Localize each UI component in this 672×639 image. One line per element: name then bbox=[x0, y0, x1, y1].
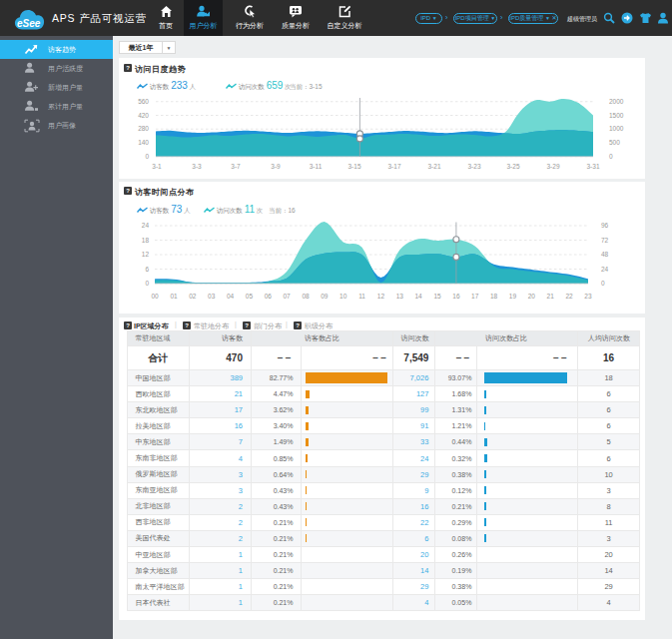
svg-text:3-31: 3-31 bbox=[586, 163, 599, 170]
svg-text:23: 23 bbox=[584, 293, 592, 300]
svg-text:6: 6 bbox=[145, 265, 149, 272]
svg-text:1000: 1000 bbox=[609, 125, 624, 132]
svg-text:17: 17 bbox=[471, 293, 479, 300]
svg-text:01: 01 bbox=[170, 293, 178, 300]
svg-text:3-9: 3-9 bbox=[271, 163, 281, 170]
svg-text:12: 12 bbox=[377, 293, 385, 300]
svg-text:18: 18 bbox=[142, 236, 150, 243]
svg-text:3-21: 3-21 bbox=[427, 163, 440, 170]
svg-text:500: 500 bbox=[609, 139, 620, 146]
svg-text:11: 11 bbox=[358, 293, 365, 300]
svg-text:48: 48 bbox=[601, 251, 609, 258]
svg-text:09: 09 bbox=[321, 293, 329, 300]
svg-text:560: 560 bbox=[138, 97, 149, 104]
svg-text:3-25: 3-25 bbox=[506, 163, 519, 170]
svg-text:24: 24 bbox=[601, 265, 609, 272]
svg-text:3-3: 3-3 bbox=[192, 163, 202, 170]
svg-text:3-11: 3-11 bbox=[310, 163, 323, 170]
svg-text:3-7: 3-7 bbox=[231, 163, 241, 170]
svg-text:10: 10 bbox=[339, 293, 347, 300]
svg-text:07: 07 bbox=[283, 293, 291, 300]
svg-text:15: 15 bbox=[433, 293, 441, 300]
svg-text:1500: 1500 bbox=[609, 111, 624, 118]
svg-text:0: 0 bbox=[601, 280, 605, 287]
svg-text:3-1: 3-1 bbox=[152, 163, 162, 170]
svg-text:0: 0 bbox=[145, 280, 149, 287]
svg-text:3-23: 3-23 bbox=[467, 163, 480, 170]
svg-text:3-15: 3-15 bbox=[347, 163, 360, 170]
svg-text:24: 24 bbox=[142, 222, 150, 229]
svg-text:18: 18 bbox=[490, 293, 498, 300]
svg-text:420: 420 bbox=[138, 111, 149, 118]
svg-text:20: 20 bbox=[528, 293, 536, 300]
svg-text:19: 19 bbox=[509, 293, 517, 300]
svg-text:0: 0 bbox=[609, 152, 613, 159]
svg-text:280: 280 bbox=[138, 125, 149, 132]
svg-text:0: 0 bbox=[145, 152, 149, 159]
svg-text:14: 14 bbox=[414, 293, 422, 300]
svg-text:140: 140 bbox=[138, 139, 149, 146]
svg-text:2000: 2000 bbox=[609, 97, 624, 104]
svg-text:21: 21 bbox=[547, 293, 555, 300]
svg-text:72: 72 bbox=[601, 236, 609, 243]
svg-text:05: 05 bbox=[246, 293, 254, 300]
svg-text:03: 03 bbox=[208, 293, 216, 300]
svg-text:13: 13 bbox=[396, 293, 404, 300]
svg-text:04: 04 bbox=[227, 293, 235, 300]
svg-text:08: 08 bbox=[302, 293, 310, 300]
svg-text:96: 96 bbox=[601, 222, 609, 229]
svg-text:00: 00 bbox=[151, 293, 159, 300]
svg-text:3-29: 3-29 bbox=[546, 163, 559, 170]
svg-text:06: 06 bbox=[265, 293, 273, 300]
svg-text:22: 22 bbox=[565, 293, 573, 300]
svg-text:3-17: 3-17 bbox=[387, 163, 400, 170]
svg-text:16: 16 bbox=[452, 293, 460, 300]
svg-text:02: 02 bbox=[189, 293, 197, 300]
svg-text:eSee: eSee bbox=[17, 18, 41, 29]
svg-text:12: 12 bbox=[142, 251, 150, 258]
